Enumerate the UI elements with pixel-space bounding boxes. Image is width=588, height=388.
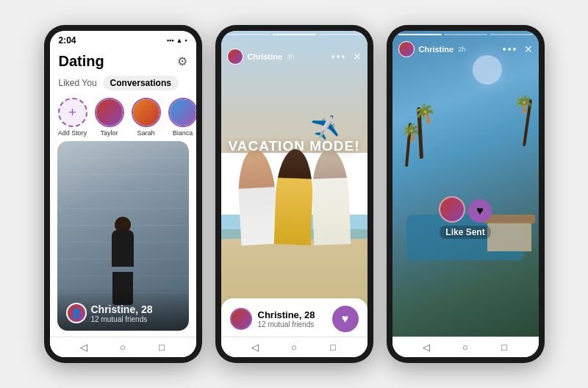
signal-icon: ▪▪▪ xyxy=(167,37,174,44)
bianca-photo xyxy=(170,99,196,126)
nav-home-1[interactable]: ○ xyxy=(117,342,129,353)
status-bar-1: 2:04 ▪▪▪ ▲ ▪ xyxy=(50,31,196,47)
story-menu-icon[interactable]: ••• xyxy=(331,51,347,62)
story-card-name: Christine, 28 xyxy=(258,309,315,320)
story-close-icon[interactable]: ✕ xyxy=(353,51,362,62)
card-avatar-small: 👤 xyxy=(66,303,87,323)
stories-row: + Add Story Taylor Sarah Bianca xyxy=(50,93,196,141)
progress-3-3 xyxy=(490,34,533,35)
tab-conversations[interactable]: Conversations xyxy=(103,76,179,90)
sarah-photo xyxy=(133,99,159,126)
nav-home-2[interactable]: ○ xyxy=(288,342,300,353)
story3-user-row: Christine 2h ••• ✕ xyxy=(392,41,539,57)
story-username: Christine xyxy=(248,52,283,61)
nav-back-2[interactable]: ◁ xyxy=(249,342,261,353)
nav-back-3[interactable]: ◁ xyxy=(420,342,432,353)
story-sarah[interactable]: Sarah xyxy=(131,98,162,137)
story3-close-icon[interactable]: ✕ xyxy=(524,43,533,55)
wifi-icon: ▲ xyxy=(176,37,182,44)
palm-2: 🌴 xyxy=(414,107,429,159)
story-taylor[interactable]: Taylor xyxy=(94,98,125,137)
taylor-photo xyxy=(96,99,123,126)
nav-bar-2: ◁ ○ □ xyxy=(221,337,368,357)
taylor-label: Taylor xyxy=(100,129,118,137)
nav-home-3[interactable]: ○ xyxy=(459,342,471,353)
like-sent-overlay: ♥ Like Sent xyxy=(439,196,492,239)
add-story-item[interactable]: + Add Story xyxy=(57,98,88,137)
palm-1: 🌴 xyxy=(399,123,414,167)
phone-2: Christine 3h ••• ✕ VACATION MODE! ✈️ Chr… xyxy=(215,25,373,363)
status-icons-1: ▪▪▪ ▲ ▪ xyxy=(167,37,187,44)
story-user-info: Christine 3h xyxy=(227,48,295,65)
resort-screen: 🌴 🌴 🌴 xyxy=(392,31,539,337)
woman-1 xyxy=(237,148,279,245)
nav-bar-3: ◁ ○ □ xyxy=(392,337,539,357)
story3-user-avatar xyxy=(398,41,415,57)
card-name-row: 👤 Christine, 28 12 mutual friends xyxy=(66,303,153,323)
tab-liked-you[interactable]: Liked You xyxy=(59,78,97,88)
status-time-1: 2:04 xyxy=(59,35,76,46)
story-card-mutual: 12 mutual friends xyxy=(258,320,315,328)
story-card-info: Christine, 28 12 mutual friends xyxy=(258,309,315,328)
card-details: Christine, 28 12 mutual friends xyxy=(91,303,153,323)
screen-1: 2:04 ▪▪▪ ▲ ▪ Dating ⚙ Liked You Conversa… xyxy=(50,31,196,357)
progress-1 xyxy=(227,34,270,35)
like-sent-avatar-1 xyxy=(439,196,465,223)
add-story-avatar: + xyxy=(58,98,87,127)
bianca-label: Bianca xyxy=(173,129,193,137)
sarah-label: Sarah xyxy=(137,129,154,137)
palm-2-leaves: 🌴 xyxy=(413,103,437,126)
story-card-avatar xyxy=(230,308,252,330)
like-sent-avatar-group: ♥ xyxy=(439,196,492,223)
like-button[interactable]: ♥ xyxy=(332,306,359,332)
resort-bg xyxy=(392,31,539,337)
nav-bar-1: ◁ ○ □ xyxy=(50,337,196,357)
story-progress-3 xyxy=(398,34,533,35)
screen-2: Christine 3h ••• ✕ VACATION MODE! ✈️ Chr… xyxy=(221,31,368,357)
woman-2 xyxy=(274,148,315,245)
nav-recent-2[interactable]: □ xyxy=(327,342,339,353)
like-sent-label: Like Sent xyxy=(440,226,490,239)
sarah-avatar xyxy=(132,98,161,127)
dating-header: Dating ⚙ xyxy=(50,47,196,73)
dating-card[interactable]: 👤 Christine, 28 12 mutual friends xyxy=(57,141,189,331)
moon-circle xyxy=(473,55,502,85)
story-time: 3h xyxy=(287,53,294,60)
story3-controls: ••• ✕ xyxy=(503,43,533,55)
story3-time: 2h xyxy=(458,46,465,53)
story-screen: Christine 3h ••• ✕ VACATION MODE! ✈️ Chr… xyxy=(221,31,368,337)
bianca-avatar xyxy=(168,98,196,127)
story3-user-info: Christine 2h xyxy=(398,41,466,57)
story3-username: Christine xyxy=(419,45,454,54)
story-user-row: Christine 3h ••• ✕ xyxy=(221,48,368,65)
gear-icon[interactable]: ⚙ xyxy=(177,54,187,68)
card-info: 👤 Christine, 28 12 mutual friends xyxy=(57,288,189,331)
card-mutual: 12 mutual friends xyxy=(91,315,153,323)
story-controls: ••• ✕ xyxy=(331,51,362,62)
phone-3: 🌴 🌴 🌴 xyxy=(387,25,545,363)
story3-menu-icon[interactable]: ••• xyxy=(503,43,518,55)
taylor-avatar xyxy=(95,98,124,127)
phone-1: 2:04 ▪▪▪ ▲ ▪ Dating ⚙ Liked You Conversa… xyxy=(44,25,202,363)
card-text: 👤 Christine, 28 12 mutual friends xyxy=(66,303,153,323)
resort-building xyxy=(487,222,531,251)
palm-3: 🌴 xyxy=(517,98,531,146)
nav-back-1[interactable]: ◁ xyxy=(78,342,90,353)
add-story-label: Add Story xyxy=(58,129,87,137)
card-name: Christine, 28 xyxy=(91,303,153,315)
like-sent-heart: ♥ xyxy=(468,199,492,223)
progress-3 xyxy=(318,34,362,35)
story-progress xyxy=(227,34,362,35)
dating-title: Dating xyxy=(59,53,104,70)
tab-row: Liked You Conversations xyxy=(50,73,196,93)
battery-icon: ▪ xyxy=(184,37,187,44)
woman-3 xyxy=(311,148,351,245)
nav-recent-1[interactable]: □ xyxy=(156,342,168,353)
story-card-info-row: Christine, 28 12 mutual friends xyxy=(230,308,315,330)
story-card-bottom: Christine, 28 12 mutual friends ♥ xyxy=(221,298,368,337)
story-bianca[interactable]: Bianca xyxy=(168,98,196,137)
screen-3: 🌴 🌴 🌴 xyxy=(392,31,539,357)
nav-recent-3[interactable]: □ xyxy=(498,342,510,353)
progress-3-1 xyxy=(398,34,442,35)
progress-3-2 xyxy=(444,34,487,35)
